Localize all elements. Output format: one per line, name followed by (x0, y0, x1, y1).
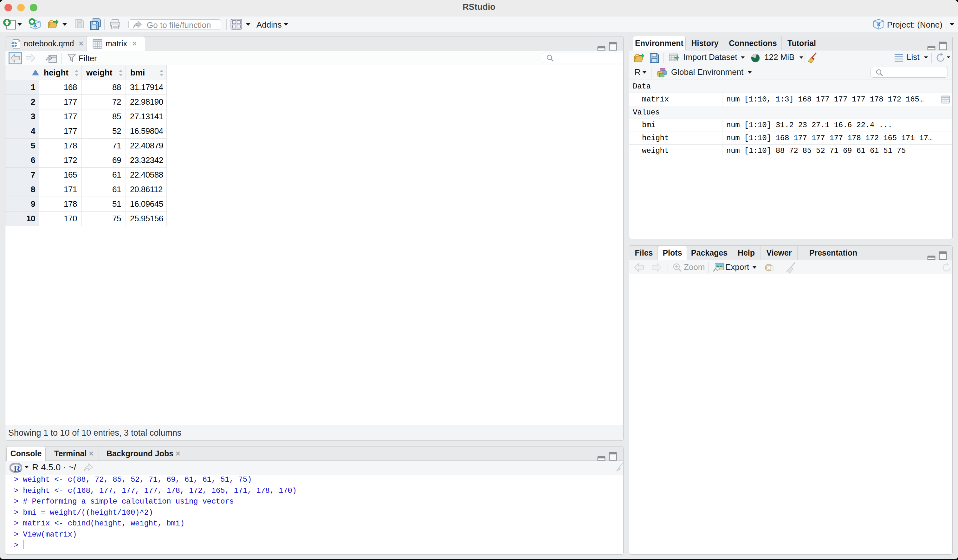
svg-text:R: R (14, 463, 21, 473)
svg-text:R: R (877, 22, 881, 28)
